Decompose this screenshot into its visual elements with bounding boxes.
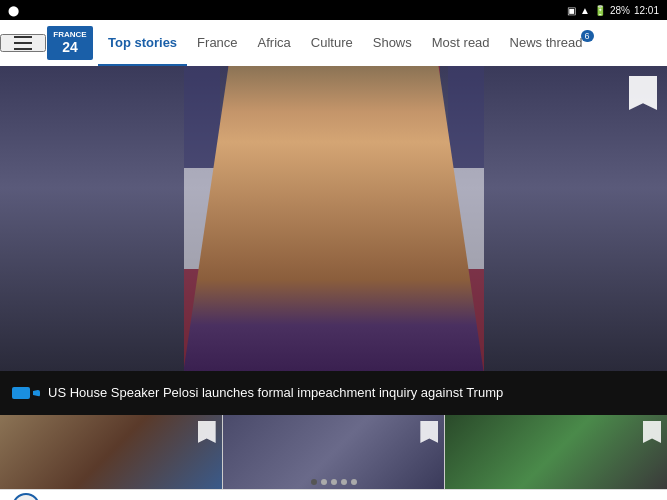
dot-1 xyxy=(311,479,317,485)
sim-icon: ▣ xyxy=(567,5,576,16)
status-right: ▣ ▲ 🔋 28% 12:01 xyxy=(567,5,659,16)
thumb-image-3 xyxy=(445,415,667,489)
dot-5 xyxy=(351,479,357,485)
hero-background xyxy=(0,66,667,371)
tab-culture[interactable]: Culture xyxy=(301,20,363,66)
tab-most-read[interactable]: Most read xyxy=(422,20,500,66)
hamburger-line xyxy=(14,36,32,38)
notification-badge: 6 xyxy=(581,30,594,42)
logo-box: FRANCE 24 xyxy=(47,26,93,60)
thumbnail-3[interactable] xyxy=(445,415,667,489)
clock: 12:01 xyxy=(634,5,659,16)
hamburger-line xyxy=(14,42,32,44)
hamburger-button[interactable] xyxy=(0,34,46,52)
person-body xyxy=(184,66,484,371)
dot-3 xyxy=(331,479,337,485)
bottom-bar: Live xyxy=(0,489,667,500)
tab-top-stories[interactable]: Top stories xyxy=(98,20,187,66)
dot-2 xyxy=(321,479,327,485)
headline-text: US House Speaker Pelosi launches formal … xyxy=(48,385,503,402)
logo-number-text: 24 xyxy=(62,40,78,55)
thumb-image-2 xyxy=(223,415,445,489)
thumbnail-1[interactable] xyxy=(0,415,223,489)
video-camera-icon xyxy=(12,387,40,399)
dot-4 xyxy=(341,479,347,485)
hero-image xyxy=(0,66,667,371)
status-left: ⬤ xyxy=(8,5,19,16)
wifi-icon: 🔋 xyxy=(594,5,606,16)
tab-france[interactable]: France xyxy=(187,20,247,66)
tab-shows[interactable]: Shows xyxy=(363,20,422,66)
thumb-image-1 xyxy=(0,415,222,489)
header: FRANCE 24 Top stories France Africa Cult… xyxy=(0,20,667,66)
headline-bar: US House Speaker Pelosi launches formal … xyxy=(0,371,667,415)
battery-percent: 28% xyxy=(610,5,630,16)
nav-tabs: Top stories France Africa Culture Shows … xyxy=(98,20,606,66)
signal-icon: ▲ xyxy=(580,5,590,16)
thumbnail-2[interactable] xyxy=(223,415,446,489)
thumbnails-row xyxy=(0,415,667,489)
status-bar: ⬤ ▣ ▲ 🔋 28% 12:01 xyxy=(0,0,667,20)
tab-africa[interactable]: Africa xyxy=(248,20,301,66)
pagination-dots xyxy=(311,479,357,485)
hamburger-line xyxy=(14,48,32,50)
android-icon: ⬤ xyxy=(8,5,19,16)
play-button[interactable] xyxy=(12,493,40,501)
logo[interactable]: FRANCE 24 xyxy=(46,24,94,62)
tab-news-thread[interactable]: News thread6 xyxy=(500,20,606,66)
